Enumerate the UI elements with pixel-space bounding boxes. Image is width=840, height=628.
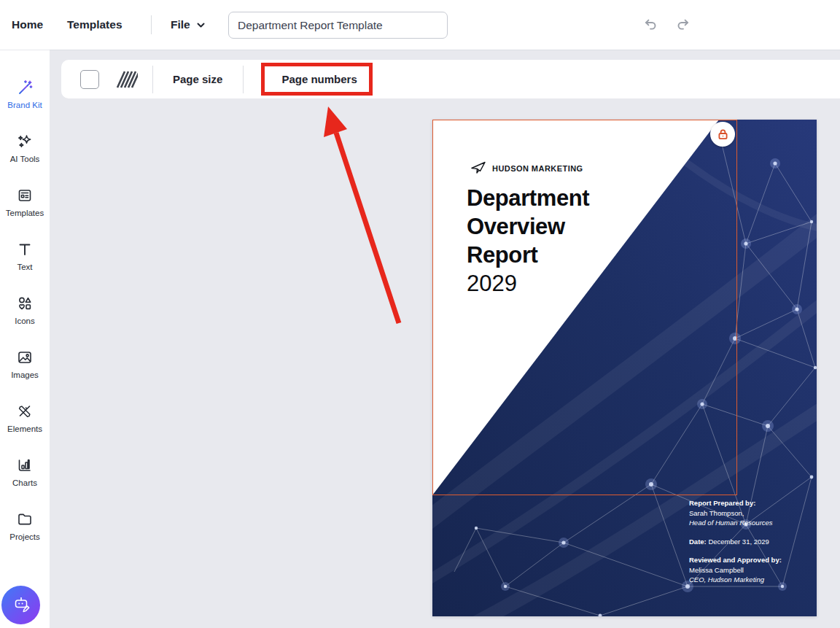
sidebar-item-ai-tools[interactable]: AI Tools bbox=[0, 133, 50, 174]
shapes-icon bbox=[16, 295, 34, 312]
approved-by-label: Reviewed and Approved by: bbox=[689, 555, 814, 565]
design-tools-icon bbox=[16, 403, 34, 420]
file-menu-button[interactable]: File bbox=[171, 0, 206, 50]
robot-pencil-icon bbox=[10, 594, 32, 616]
document-heading: Department Overview Report 2029 bbox=[467, 184, 589, 298]
prepared-by-role: Head of Human Resources bbox=[689, 518, 814, 528]
sparkles-icon bbox=[16, 133, 34, 150]
image-icon bbox=[16, 349, 34, 366]
page-size-button[interactable]: Page size bbox=[173, 66, 222, 93]
sidebar-item-label: Elements bbox=[7, 425, 42, 433]
sidebar-item-label: Icons bbox=[15, 317, 35, 325]
top-bar: Home Templates File bbox=[0, 0, 840, 50]
lock-badge[interactable] bbox=[710, 122, 735, 147]
page-numbers-button[interactable]: Page numbers bbox=[281, 66, 357, 93]
toolbar-divider bbox=[152, 66, 153, 93]
lock-icon bbox=[717, 128, 729, 141]
sidebar-item-label: AI Tools bbox=[10, 155, 40, 163]
title-line: Department bbox=[467, 184, 589, 212]
brand-name: HUDSON MARKETING bbox=[492, 164, 583, 173]
sidebar-item-templates[interactable]: Templates bbox=[0, 187, 50, 228]
background-color-swatch[interactable] bbox=[80, 70, 99, 89]
chevron-down-icon bbox=[196, 20, 206, 30]
topbar-divider bbox=[151, 15, 152, 34]
brand-logo: HUDSON MARKETING bbox=[470, 160, 583, 177]
context-toolbar: Page size Page numbers bbox=[61, 60, 840, 98]
date-value: December 31, 2029 bbox=[707, 538, 769, 546]
sidebar-item-icons[interactable]: Icons bbox=[0, 295, 50, 336]
document-title-input[interactable] bbox=[228, 12, 448, 39]
redo-icon bbox=[675, 17, 691, 33]
ai-assistant-button[interactable] bbox=[1, 586, 40, 624]
hatch-pattern-icon bbox=[116, 70, 138, 89]
sidebar-item-label: Templates bbox=[6, 209, 44, 217]
redo-button[interactable] bbox=[675, 17, 691, 33]
app-window: Home Templates File bbox=[0, 0, 840, 628]
undo-icon bbox=[642, 17, 658, 33]
paper-plane-icon bbox=[470, 160, 487, 177]
approved-by-name: Melissa Campbell bbox=[689, 565, 814, 575]
sidebar-item-label: Projects bbox=[9, 532, 40, 541]
templates-button[interactable]: Templates bbox=[67, 0, 122, 50]
document-page[interactable]: HUDSON MARKETING Department Overview Rep… bbox=[432, 120, 817, 616]
toolbar-divider bbox=[243, 66, 244, 93]
date-label: Date: bbox=[689, 538, 707, 546]
sidebar-item-elements[interactable]: Elements bbox=[0, 403, 50, 443]
sidebar-item-images[interactable]: Images bbox=[0, 349, 50, 389]
sidebar-item-text[interactable]: Text bbox=[0, 241, 50, 282]
text-icon bbox=[16, 241, 34, 258]
sidebar-item-label: Brand Kit bbox=[7, 101, 42, 109]
file-menu-label: File bbox=[171, 18, 190, 31]
layout-icon bbox=[16, 187, 34, 204]
folder-icon bbox=[16, 511, 34, 528]
sidebar-item-label: Text bbox=[17, 263, 32, 271]
title-line: Report bbox=[467, 241, 589, 269]
credits-block: Report Prepared by: Sarah Thompson, Head… bbox=[689, 498, 814, 594]
bar-chart-icon bbox=[16, 457, 34, 474]
undo-button[interactable] bbox=[642, 17, 658, 33]
sidebar-item-brand-kit[interactable]: Brand Kit bbox=[0, 79, 50, 120]
wand-icon bbox=[16, 79, 34, 96]
title-year: 2029 bbox=[467, 269, 589, 298]
sidebar-item-label: Charts bbox=[12, 478, 37, 487]
background-pattern-button[interactable] bbox=[116, 70, 138, 89]
prepared-by-name: Sarah Thompson, bbox=[689, 508, 814, 519]
sidebar-item-charts[interactable]: Charts bbox=[0, 457, 50, 497]
title-line: Overview bbox=[467, 212, 589, 241]
sidebar-item-label: Images bbox=[11, 371, 39, 379]
left-sidebar: Brand Kit AI Tools Templates bbox=[0, 50, 50, 628]
prepared-by-label: Report Prepared by: bbox=[689, 498, 814, 508]
home-button[interactable]: Home bbox=[12, 0, 43, 50]
approved-by-role: CEO, Hudson Marketing bbox=[689, 575, 814, 585]
sidebar-item-projects[interactable]: Projects bbox=[0, 511, 50, 551]
